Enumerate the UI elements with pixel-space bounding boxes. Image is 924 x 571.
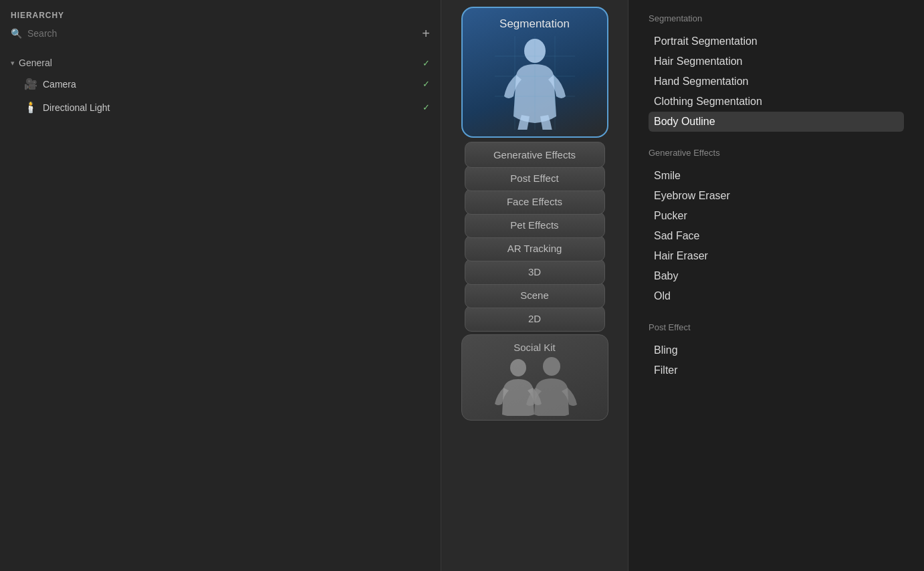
3d-button[interactable]: 3D xyxy=(465,259,605,285)
post-effect-section: Post Effect Bling Filter xyxy=(649,322,904,380)
svg-point-8 xyxy=(543,357,560,376)
general-check-icon: ✓ xyxy=(423,58,430,68)
sad-face-item[interactable]: Sad Face xyxy=(649,226,904,246)
general-label: General xyxy=(19,58,419,68)
post-effect-button[interactable]: Post Effect xyxy=(465,165,605,191)
ar-tracking-button[interactable]: AR Tracking xyxy=(465,235,605,261)
body-outline-item[interactable]: Body Outline xyxy=(649,112,904,132)
svg-point-7 xyxy=(510,359,526,376)
segmentation-card[interactable]: Segmentation xyxy=(461,7,608,138)
smile-item[interactable]: Smile xyxy=(649,166,904,186)
portrait-segmentation-item[interactable]: Portrait Segmentation xyxy=(649,31,904,51)
eyebrow-eraser-item[interactable]: Eyebrow Eraser xyxy=(649,186,904,206)
segmentation-card-title: Segmentation xyxy=(499,17,570,31)
camera-check-icon: ✓ xyxy=(423,79,430,89)
generative-effects-section: Generative Effects Smile Eyebrow Eraser … xyxy=(649,148,904,306)
hair-segmentation-item[interactable]: Hair Segmentation xyxy=(649,51,904,72)
collapse-arrow-icon: ▾ xyxy=(11,59,15,68)
baby-item[interactable]: Baby xyxy=(649,266,904,286)
segmentation-section: Segmentation Portrait Segmentation Hair … xyxy=(649,13,904,132)
hand-segmentation-item[interactable]: Hand Segmentation xyxy=(649,72,904,92)
directional-light-icon: 🕯️ xyxy=(24,101,37,114)
hierarchy-title: HIERARCHY xyxy=(0,0,441,27)
social-kit-card[interactable]: Social Kit xyxy=(461,334,608,421)
face-effects-button[interactable]: Face Effects xyxy=(465,189,605,215)
pet-effects-button[interactable]: Pet Effects xyxy=(465,212,605,238)
filter-item[interactable]: Filter xyxy=(649,360,904,380)
camera-item[interactable]: 🎥 Camera ✓ xyxy=(0,72,441,96)
directional-light-check-icon: ✓ xyxy=(423,102,430,112)
hierarchy-panel: HIERARCHY 🔍 + ▾ General ✓ 🎥 Camera ✓ 🕯️ … xyxy=(0,0,441,571)
general-section: ▾ General ✓ 🎥 Camera ✓ 🕯️ Directional Li… xyxy=(0,48,441,124)
generative-effects-section-title: Generative Effects xyxy=(649,148,904,158)
general-section-header[interactable]: ▾ General ✓ xyxy=(0,53,441,72)
search-bar: 🔍 + xyxy=(0,27,441,48)
scene-button[interactable]: Scene xyxy=(465,282,605,308)
directional-light-label: Directional Light xyxy=(43,102,417,113)
clothing-segmentation-item[interactable]: Clothing Segmentation xyxy=(649,92,904,112)
search-input[interactable] xyxy=(27,28,417,39)
camera-label: Camera xyxy=(43,79,417,90)
segmentation-figure xyxy=(495,36,575,130)
segmentation-section-title: Segmentation xyxy=(649,13,904,23)
add-item-button[interactable]: + xyxy=(422,27,430,40)
camera-icon: 🎥 xyxy=(24,78,37,90)
2d-button[interactable]: 2D xyxy=(465,306,605,332)
generative-effects-button[interactable]: Generative Effects xyxy=(465,142,605,168)
search-icon: 🔍 xyxy=(11,28,22,39)
effects-browser-panel: Segmentation Generative Effects Post Eff… xyxy=(441,0,628,571)
social-kit-title: Social Kit xyxy=(513,342,556,353)
old-item[interactable]: Old xyxy=(649,286,904,306)
right-panel: Segmentation Portrait Segmentation Hair … xyxy=(628,0,924,571)
bling-item[interactable]: Bling xyxy=(649,340,904,360)
pucker-item[interactable]: Pucker xyxy=(649,206,904,226)
social-kit-figure xyxy=(485,356,585,416)
hair-eraser-item[interactable]: Hair Eraser xyxy=(649,246,904,266)
post-effect-section-title: Post Effect xyxy=(649,322,904,332)
category-stack: Generative Effects Post Effect Face Effe… xyxy=(461,142,608,329)
directional-light-item[interactable]: 🕯️ Directional Light ✓ xyxy=(0,96,441,119)
